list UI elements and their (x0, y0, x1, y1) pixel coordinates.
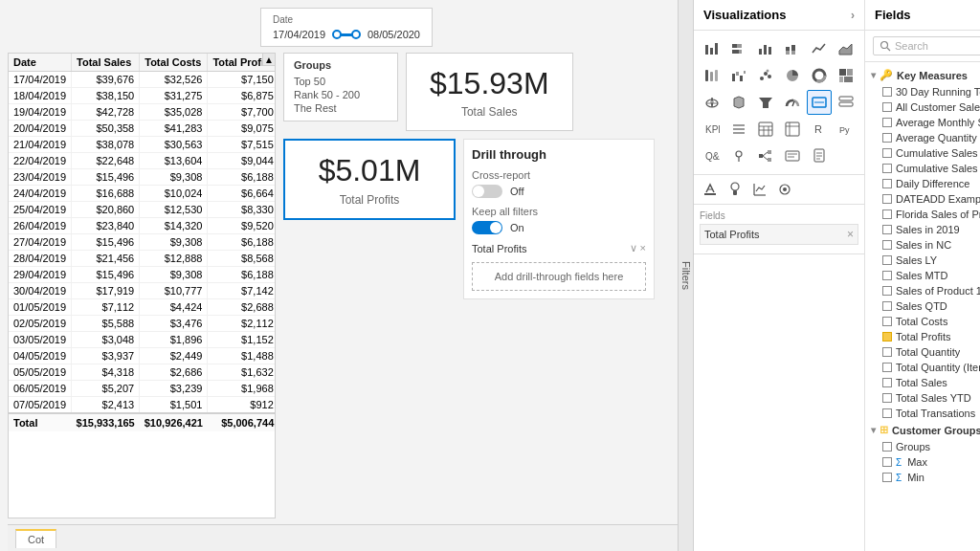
group-item[interactable]: Top 50 (294, 75, 388, 88)
smart-narrative-icon[interactable] (780, 143, 805, 168)
fields-item[interactable]: ΣMax (865, 454, 980, 470)
fields-item[interactable]: Average Quantity (865, 130, 980, 145)
fields-item[interactable]: Sales in 2019 (865, 222, 980, 237)
svg-rect-49 (786, 122, 799, 136)
field-params-icon[interactable] (774, 179, 795, 200)
table-row: 23/04/2019$15,496$9,308$6,188 (9, 169, 276, 186)
r-visual-icon[interactable]: R (807, 117, 832, 142)
bar-chart-icon[interactable] (700, 36, 724, 61)
fields-item[interactable]: Sales in NC (865, 237, 980, 253)
viz-fields-section: Fields Total Profits × (694, 205, 864, 254)
drillthrough-fields-dropzone[interactable]: Add drill-through fields here (472, 262, 646, 291)
kpi-total-sales[interactable]: $15.93M Total Sales (406, 53, 573, 131)
viz-field-remove-btn[interactable]: × (847, 228, 854, 241)
slicer-icon[interactable] (726, 117, 751, 142)
pie-icon[interactable] (780, 63, 805, 88)
group-item[interactable]: The Rest (294, 101, 388, 115)
fields-item[interactable]: Total Sales (865, 375, 980, 390)
waterfall-icon[interactable] (726, 63, 751, 88)
qa-icon[interactable]: Q&A (700, 143, 724, 168)
fields-group-header[interactable]: ▾⊞Customer Groups (865, 421, 980, 439)
column-chart-icon[interactable] (753, 36, 778, 61)
fields-item[interactable]: Total Sales YTD (865, 390, 980, 406)
gauge-icon[interactable] (780, 90, 805, 115)
svg-rect-18 (732, 74, 735, 81)
card-icon[interactable] (807, 90, 832, 115)
format-icon[interactable] (700, 179, 721, 200)
stacked-bar-icon[interactable] (726, 36, 751, 61)
sort-button[interactable]: ▲ (262, 53, 276, 66)
table-row: 03/05/2019$3,048$1,896$1,152 (9, 332, 276, 348)
fields-item[interactable]: Cumulative Sales (865, 145, 980, 161)
fields-item[interactable]: Sales of Product 100 (865, 283, 980, 298)
fields-item[interactable]: ΣMin (865, 470, 980, 485)
funnel-icon[interactable] (753, 90, 778, 115)
donut-icon[interactable] (807, 63, 832, 88)
fields-header: Fields › (865, 0, 980, 31)
groups-title: Groups (294, 59, 388, 71)
kpi-icon[interactable]: KPI (700, 117, 724, 142)
svg-text:R: R (814, 123, 822, 135)
fields-item[interactable]: Average Monthly Sales (865, 115, 980, 130)
format-paint-icon[interactable] (724, 179, 746, 200)
svg-marker-34 (759, 98, 772, 108)
multi-row-card-icon[interactable] (834, 90, 858, 115)
fields-item[interactable]: Sales MTD (865, 268, 980, 283)
svg-rect-7 (759, 49, 762, 55)
expand-viz-btn[interactable]: › (851, 9, 855, 22)
svg-rect-20 (740, 76, 743, 81)
filled-map-icon[interactable] (726, 90, 751, 115)
python-visual-icon[interactable]: Py (834, 117, 858, 142)
decomp-tree-icon[interactable] (753, 143, 778, 168)
visualizations-title: Visualizations (703, 8, 786, 22)
fields-item[interactable]: Florida Sales of Product 2 ... (865, 207, 980, 222)
keep-filters-value: On (510, 222, 524, 233)
fields-item[interactable]: Total Profits (865, 329, 980, 344)
key-influencer-icon[interactable] (726, 143, 751, 168)
map-icon[interactable] (700, 90, 724, 115)
fields-item[interactable]: Total Costs (865, 314, 980, 329)
fields-item[interactable]: Total Transations (865, 406, 980, 421)
table-row: 20/04/2019$50,358$41,283$9,075 (9, 121, 276, 137)
fields-search-box[interactable]: Search (873, 36, 980, 55)
fields-item[interactable]: Groups (865, 439, 980, 454)
data-table: Date Total Sales Total Costs Total Profi… (8, 53, 276, 518)
table-viz-icon[interactable] (753, 117, 778, 142)
fields-item[interactable]: Cumulative Sales LY (865, 161, 980, 176)
analytics-icon[interactable] (749, 179, 770, 200)
paginated-report-icon[interactable] (807, 143, 832, 168)
line-chart-icon[interactable] (807, 36, 832, 61)
kpi-total-sales-value: $15.93M (430, 65, 549, 101)
svg-rect-11 (786, 51, 790, 55)
col-total-costs: Total Costs (140, 54, 208, 72)
keep-filters-toggle[interactable] (472, 221, 502, 234)
fields-item[interactable]: All Customer Sales (865, 99, 980, 115)
kpi-total-profits[interactable]: $5.01M Total Profits (283, 139, 456, 219)
cross-report-toggle[interactable] (472, 185, 502, 198)
viz-field-total-profits[interactable]: Total Profits × (700, 224, 858, 245)
date-end: 08/05/2020 (368, 29, 420, 40)
main-content: Date 17/04/2019 08/05/2020 (0, 0, 693, 551)
page-tab-1[interactable]: Cot (15, 529, 56, 548)
filters-sidebar[interactable]: Filters (678, 0, 693, 551)
fields-item[interactable]: Daily Difference (865, 176, 980, 191)
fields-item[interactable]: Total Quantity (865, 344, 980, 360)
treemap-icon[interactable] (834, 63, 858, 88)
ribbon-icon[interactable] (700, 63, 724, 88)
fields-item[interactable]: 30 Day Running Total (865, 84, 980, 99)
fields-item[interactable]: Sales QTD (865, 298, 980, 314)
stacked-column-icon[interactable] (780, 36, 805, 61)
scatter-icon[interactable] (753, 63, 778, 88)
slicer-track[interactable] (333, 33, 360, 36)
area-chart-icon[interactable] (834, 36, 858, 61)
fields-item[interactable]: Total Quantity (Iteration) (865, 360, 980, 375)
fields-item[interactable]: DATEADD Example (865, 191, 980, 207)
svg-rect-13 (791, 51, 795, 55)
svg-rect-69 (704, 193, 716, 195)
drillthrough-field-remove[interactable]: ∨ × (630, 242, 646, 254)
fields-group-header[interactable]: ▾🔑Key Measures (865, 66, 980, 84)
group-item[interactable]: Rank 50 - 200 (294, 88, 388, 101)
fields-item[interactable]: Sales LY (865, 253, 980, 268)
matrix-icon[interactable] (780, 117, 805, 142)
date-slicer[interactable]: Date 17/04/2019 08/05/2020 (260, 8, 433, 47)
